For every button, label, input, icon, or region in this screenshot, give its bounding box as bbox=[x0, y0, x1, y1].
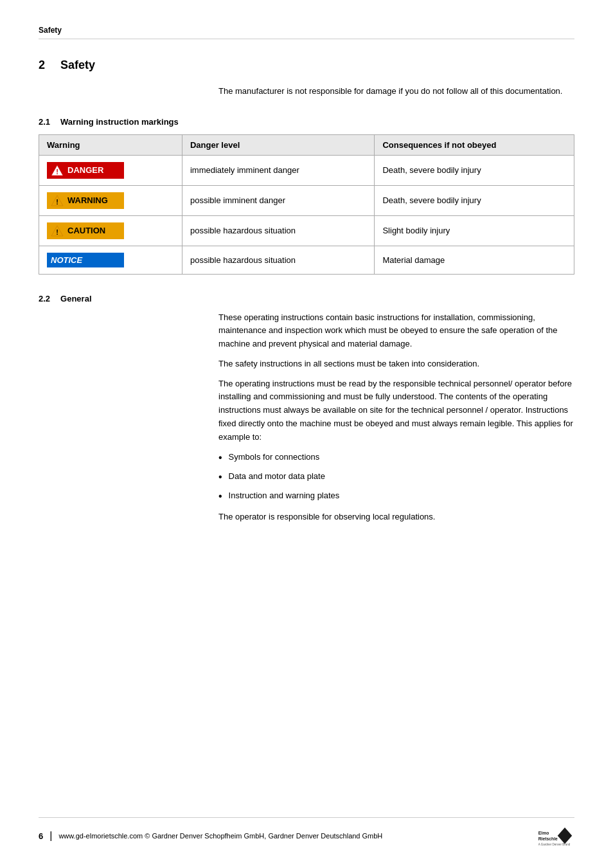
warning-triangle-icon: ! bbox=[51, 195, 64, 206]
bullet-list: Symbols for connections Data and motor d… bbox=[218, 451, 574, 504]
notice-level-cell: possible hazardous situation bbox=[182, 246, 375, 274]
subsection-2-1-name: Warning instruction markings bbox=[60, 117, 179, 127]
subsection-2-2-title: 2.2 General bbox=[39, 294, 574, 303]
general-para-1: These operating instructions contain bas… bbox=[218, 311, 574, 351]
danger-label: DANGER bbox=[67, 165, 103, 175]
list-item: Data and motor data plate bbox=[218, 470, 574, 484]
header-label: Safety bbox=[39, 26, 62, 35]
intro-text: The manufacturer is not responsible for … bbox=[218, 85, 574, 98]
svg-text:!: ! bbox=[56, 168, 58, 176]
warning-level-cell: possible imminent danger bbox=[182, 185, 375, 215]
notice-label: NOTICE bbox=[51, 255, 82, 265]
table-row: ! DANGER immediately imminent danger Dea… bbox=[39, 155, 574, 185]
page-number: 6 bbox=[39, 831, 43, 841]
footer-url-text: www.gd-elmorietschle.com bbox=[58, 832, 143, 840]
caution-consequence-cell: Slight bodily injury bbox=[375, 215, 574, 246]
table-row: NOTICE possible hazardous situation Mate… bbox=[39, 246, 574, 274]
caution-level-cell: possible hazardous situation bbox=[182, 215, 375, 246]
caution-badge: ! CAUTION bbox=[47, 222, 124, 239]
col-warning: Warning bbox=[39, 134, 182, 155]
list-item: Symbols for connections bbox=[218, 451, 574, 465]
footer-url: www.gd-elmorietschle.com © Gardner Denve… bbox=[58, 832, 382, 840]
page-header: Safety bbox=[39, 26, 574, 39]
page: Safety 2 Safety The manufacturer is not … bbox=[0, 0, 613, 868]
subsection-2-2-number: 2.2 bbox=[39, 294, 50, 303]
caution-label: CAUTION bbox=[67, 226, 105, 235]
page-footer: 6 | www.gd-elmorietschle.com © Gardner D… bbox=[39, 817, 574, 849]
warning-cell-warning: ! WARNING bbox=[39, 185, 182, 215]
elmo-rietschle-logo: Elmo Rietschle A Gardner Denver Brand bbox=[536, 823, 574, 849]
consequence-cell: Death, severe bodily injury bbox=[375, 155, 574, 185]
svg-text:!: ! bbox=[56, 198, 58, 206]
svg-text:Rietschle: Rietschle bbox=[538, 836, 558, 841]
warning-cell-notice: NOTICE bbox=[39, 246, 182, 274]
col-consequences: Consequences if not obeyed bbox=[375, 134, 574, 155]
table-row: ! WARNING possible imminent danger Death… bbox=[39, 185, 574, 215]
notice-badge: NOTICE bbox=[47, 253, 124, 267]
general-closing-para: The operator is responsible for observin… bbox=[218, 511, 574, 524]
list-item-text: Symbols for connections bbox=[229, 451, 320, 464]
warning-cell-caution: ! CAUTION bbox=[39, 215, 182, 246]
table-row: ! CAUTION possible hazardous situation S… bbox=[39, 215, 574, 246]
warning-cell-danger: ! DANGER bbox=[39, 155, 182, 185]
subsection-2-1-title: 2.1 Warning instruction markings bbox=[39, 117, 574, 127]
logo-svg: Elmo Rietschle A Gardner Denver Brand bbox=[536, 823, 574, 849]
general-content: These operating instructions contain bas… bbox=[218, 311, 574, 524]
svg-text:!: ! bbox=[56, 228, 58, 236]
danger-triangle-icon: ! bbox=[51, 165, 64, 176]
warning-badge: ! WARNING bbox=[47, 192, 124, 209]
warning-table: Warning Danger level Consequences if not… bbox=[39, 134, 574, 275]
section-title: 2 Safety bbox=[39, 59, 574, 72]
svg-text:A Gardner Denver Brand: A Gardner Denver Brand bbox=[538, 843, 571, 846]
list-item-text: Data and motor data plate bbox=[229, 470, 325, 484]
notice-consequence-cell: Material damage bbox=[375, 246, 574, 274]
section-name: Safety bbox=[60, 59, 95, 72]
footer-left: 6 | www.gd-elmorietschle.com © Gardner D… bbox=[39, 830, 382, 842]
footer-copyright: © Gardner Denver Schopfheim GmbH, Gardne… bbox=[145, 832, 382, 840]
list-item-text: Instruction and warning plates bbox=[229, 489, 340, 503]
warning-consequence-cell: Death, severe bodily injury bbox=[375, 185, 574, 215]
intro-paragraph: The manufacturer is not responsible for … bbox=[218, 86, 562, 96]
subsection-2-2-name: General bbox=[60, 294, 91, 303]
section-number: 2 bbox=[39, 59, 45, 72]
danger-level-cell: immediately imminent danger bbox=[182, 155, 375, 185]
caution-triangle-icon: ! bbox=[51, 225, 64, 237]
col-danger-level: Danger level bbox=[182, 134, 375, 155]
svg-marker-6 bbox=[558, 827, 573, 844]
svg-text:Elmo: Elmo bbox=[538, 831, 549, 835]
general-para-3: The operating instructions must be read … bbox=[218, 377, 574, 444]
subsection-2-1-number: 2.1 bbox=[39, 117, 50, 127]
warning-label: WARNING bbox=[67, 195, 108, 205]
footer-separator: | bbox=[49, 830, 52, 842]
list-item: Instruction and warning plates bbox=[218, 489, 574, 503]
danger-badge: ! DANGER bbox=[47, 162, 124, 179]
general-para-2: The safety instructions in all sections … bbox=[218, 357, 574, 371]
